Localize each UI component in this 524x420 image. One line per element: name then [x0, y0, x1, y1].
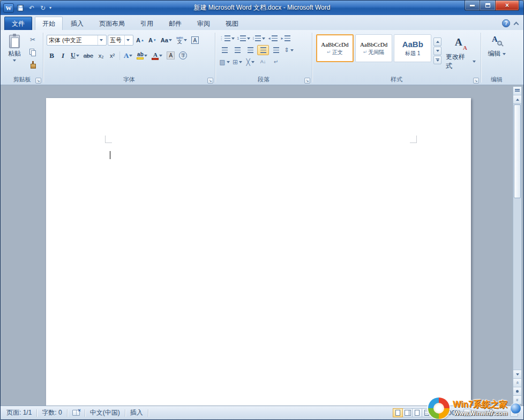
- page-indicator[interactable]: 页面: 1/1: [2, 406, 36, 419]
- styles-scroll-down-button[interactable]: [433, 47, 441, 55]
- view-web-layout-button[interactable]: [412, 408, 422, 417]
- editing-icon: A: [490, 34, 504, 48]
- sort-button[interactable]: A↓: [257, 57, 269, 67]
- tab-file[interactable]: 文件: [4, 17, 32, 30]
- enclose-characters-button[interactable]: 字: [177, 50, 189, 61]
- collapse-ribbon-icon[interactable]: [514, 22, 519, 27]
- change-styles-button[interactable]: AA 更改样式: [443, 34, 478, 71]
- align-center-button[interactable]: [231, 45, 243, 55]
- previous-page-button[interactable]: «: [513, 378, 521, 387]
- grow-font-button[interactable]: A▲: [134, 35, 146, 46]
- cut-button[interactable]: ✂: [26, 34, 39, 45]
- shading-button[interactable]: ▨: [219, 57, 230, 67]
- multilevel-list-button[interactable]: ⁝: [252, 33, 266, 43]
- font-name-combo[interactable]: 宋体 (中文正: [47, 35, 107, 46]
- tab-insert[interactable]: 插入: [63, 17, 91, 30]
- shrink-font-button[interactable]: A▼: [147, 35, 158, 46]
- scissors-icon: ✂: [30, 36, 35, 43]
- save-button[interactable]: [16, 3, 25, 12]
- align-right-button[interactable]: [244, 45, 256, 55]
- ruler-toggle-button[interactable]: [513, 87, 521, 95]
- numbering-button[interactable]: 1: [236, 33, 251, 43]
- font-color-button[interactable]: A: [150, 50, 164, 61]
- styles-dialog-launcher[interactable]: ↘: [473, 78, 479, 84]
- increase-indent-button[interactable]: ▸: [280, 33, 291, 43]
- tab-page-layout[interactable]: 页面布局: [92, 17, 132, 30]
- borders-button[interactable]: ⊞: [231, 57, 243, 67]
- close-button[interactable]: ×: [495, 1, 519, 11]
- align-center-icon: [235, 47, 241, 53]
- paste-button[interactable]: 粘贴: [4, 33, 25, 76]
- align-left-icon: [222, 47, 228, 53]
- scroll-up-button[interactable]: [513, 95, 521, 104]
- minimize-button[interactable]: [465, 1, 480, 11]
- insert-mode-indicator[interactable]: 插入: [125, 406, 148, 419]
- highlight-color-button[interactable]: ab: [135, 50, 149, 61]
- tab-references[interactable]: 引用: [133, 17, 161, 30]
- phonetic-guide-button[interactable]: wén文: [175, 35, 189, 46]
- scrollbar-track[interactable]: [513, 199, 521, 370]
- document-page[interactable]: [46, 98, 471, 406]
- shrink-font-glyph: A: [148, 37, 153, 43]
- clipboard-dialog-launcher[interactable]: ↘: [35, 78, 41, 84]
- double-chevron-up-icon: «: [515, 381, 520, 384]
- paragraph-dialog-launcher[interactable]: ↘: [304, 78, 310, 84]
- word-logo-icon[interactable]: W: [3, 3, 14, 13]
- align-left-button[interactable]: [219, 45, 230, 55]
- ribbon-tab-row: 文件 开始 插入 页面布局 引用 邮件 审阅 视图 ?: [1, 15, 523, 30]
- strikethrough-button[interactable]: abe: [82, 50, 95, 61]
- undo-button[interactable]: ↶: [27, 3, 36, 12]
- view-fullscreen-button[interactable]: [402, 408, 413, 417]
- copy-button[interactable]: [26, 47, 39, 57]
- enclose-characters-icon: 字: [179, 51, 187, 59]
- language-indicator[interactable]: 中文(中国): [85, 406, 125, 419]
- style-preview: AaBbCcDd: [360, 41, 387, 48]
- character-border-button[interactable]: A: [190, 35, 200, 46]
- editing-button[interactable]: A 编辑: [485, 31, 508, 76]
- redo-button[interactable]: ↻: [38, 3, 48, 12]
- style-no-spacing[interactable]: AaBbCcDd ↵无间隔: [355, 34, 393, 62]
- undo-icon: ↶: [29, 4, 34, 12]
- ruler-icon: [515, 89, 520, 93]
- font-dialog-launcher[interactable]: ↘: [207, 78, 213, 84]
- bold-button[interactable]: B: [47, 50, 57, 61]
- distributed-button[interactable]: [270, 45, 282, 55]
- styles-scroll-up-button[interactable]: [433, 38, 441, 46]
- show-marks-button[interactable]: ↵: [270, 57, 282, 67]
- tab-home[interactable]: 开始: [35, 17, 63, 30]
- format-painter-button[interactable]: [26, 59, 39, 70]
- italic-button[interactable]: I: [58, 50, 68, 61]
- underline-button[interactable]: U: [69, 50, 81, 61]
- line-spacing-button[interactable]: ⇕: [283, 45, 295, 55]
- font-size-combo[interactable]: 五号: [108, 35, 133, 46]
- select-browse-object-button[interactable]: [513, 387, 521, 395]
- bullets-button[interactable]: ⋮: [219, 33, 235, 43]
- help-icon[interactable]: ?: [502, 19, 510, 27]
- superscript-button[interactable]: x²: [107, 50, 117, 61]
- character-shading-button[interactable]: A: [165, 50, 176, 61]
- tab-mailings[interactable]: 邮件: [161, 17, 189, 30]
- scrollbar-thumb[interactable]: [514, 104, 521, 198]
- maximize-button[interactable]: [480, 1, 495, 11]
- style-heading1[interactable]: AaBb 标题 1: [394, 34, 431, 62]
- vertical-scrollbar[interactable]: « «: [513, 86, 522, 404]
- paragraph-group: ⋮ 1 ⁝ ◂ ▸ ⇕ ▨ ⊞ ╳ A: [216, 31, 311, 85]
- tab-review[interactable]: 审阅: [190, 17, 218, 30]
- asian-layout-button[interactable]: ╳: [244, 57, 256, 67]
- font-name-dropdown-icon[interactable]: [98, 35, 104, 45]
- scroll-down-button[interactable]: [513, 370, 521, 378]
- tab-view[interactable]: 视图: [218, 17, 246, 30]
- change-case-button[interactable]: Aa: [159, 35, 174, 46]
- font-size-dropdown-icon[interactable]: [124, 35, 131, 45]
- view-print-layout-button[interactable]: [393, 408, 403, 417]
- decrease-indent-button[interactable]: ◂: [267, 33, 279, 43]
- style-normal[interactable]: AaBbCcDd ↵正文: [316, 34, 354, 62]
- subscript-button[interactable]: x₂: [96, 50, 106, 61]
- customize-qat-button[interactable]: ▾: [49, 5, 51, 10]
- styles-more-button[interactable]: [433, 56, 441, 64]
- word-count[interactable]: 字数: 0: [37, 406, 66, 419]
- proofing-status-button[interactable]: ×: [68, 406, 85, 419]
- text-effects-button[interactable]: A: [122, 50, 134, 61]
- justify-button[interactable]: [257, 45, 269, 55]
- font-separator: [119, 51, 120, 60]
